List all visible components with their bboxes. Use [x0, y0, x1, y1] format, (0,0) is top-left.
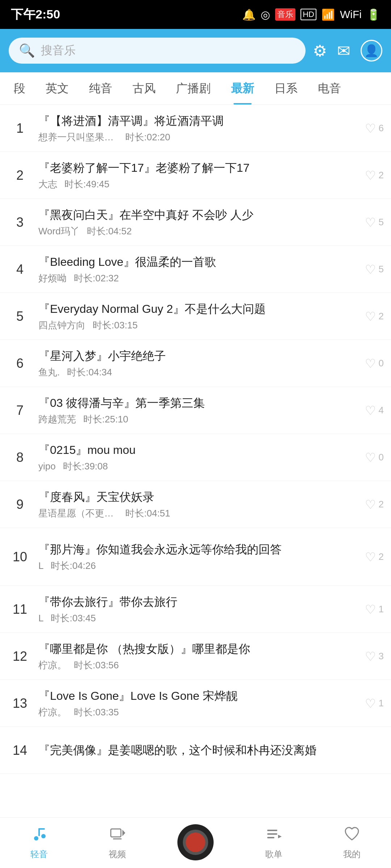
- song-number: 8: [7, 450, 33, 465]
- song-title: 『度春风』天宝伏妖录: [38, 489, 349, 505]
- list-item[interactable]: 11 『带你去旅行』带你去旅行 L 时长:03:45 ♡ 1: [0, 586, 391, 633]
- song-info: 『【将进酒】清平调』将近酒清平调 想养一只叫坚果的猫 时长:02:20: [33, 113, 355, 144]
- svg-point-1: [41, 834, 46, 838]
- list-item[interactable]: 6 『星河入梦』小宇绝绝子 鱼丸. 时长:04:34 ♡ 0: [0, 340, 391, 387]
- video-icon: [109, 826, 125, 846]
- like-count: 5: [379, 217, 384, 228]
- song-duration: 时长:03:56: [74, 659, 119, 672]
- wifi-icon: WiFi: [340, 8, 362, 21]
- list-item[interactable]: 2 『老婆粉了解一下17』老婆粉了解一下17 大志 时长:49:45 ♡ 2: [0, 152, 391, 199]
- search-input-placeholder: 搜音乐: [41, 43, 76, 59]
- play-disc: [183, 830, 208, 855]
- list-item[interactable]: 13 『Love Is Gone』Love Is Gone 宋烨靓 柠凉。 时长…: [0, 680, 391, 727]
- like-count: 2: [379, 499, 384, 510]
- song-number: 5: [7, 309, 33, 324]
- heart-icon: ♡: [365, 403, 376, 418]
- heart-icon: ♡: [365, 215, 376, 230]
- list-item[interactable]: 10 『那片海』你知道我会永远永远等你给我的回答 L 时长:04:26 ♡ 2: [0, 528, 391, 586]
- song-duration: 时长:49:45: [64, 178, 109, 191]
- search-bar[interactable]: 🔍 搜音乐: [9, 38, 306, 64]
- song-artist: 好烦呦: [38, 272, 67, 285]
- settings-icon[interactable]: ⚙: [313, 42, 327, 60]
- list-item[interactable]: 5 『Everyday Normal Guy 2』不是什么大问题 四点钟方向 时…: [0, 293, 391, 340]
- song-number: 3: [7, 215, 33, 230]
- tab-pure[interactable]: 纯音: [79, 72, 122, 105]
- song-title: 『Everyday Normal Guy 2』不是什么大问题: [38, 301, 349, 317]
- song-number: 10: [7, 549, 33, 565]
- list-item[interactable]: 8 『0215』mou mou yipo 时长:39:08 ♡ 0: [0, 434, 391, 481]
- nav-video-label: 视频: [109, 848, 126, 860]
- song-like[interactable]: ♡ 2: [355, 168, 384, 183]
- song-like[interactable]: ♡ 5: [355, 262, 384, 277]
- user-icon[interactable]: 👤: [361, 40, 382, 61]
- heart-icon: ♡: [365, 450, 376, 465]
- song-title: 『星河入梦』小宇绝绝子: [38, 348, 349, 364]
- song-duration: 时长:02:32: [74, 272, 119, 285]
- song-duration: 时长:04:26: [51, 559, 96, 572]
- song-duration: 时长:02:20: [125, 131, 170, 144]
- song-number: 13: [7, 696, 33, 711]
- song-list: 1 『【将进酒】清平调』将近酒清平调 想养一只叫坚果的猫 时长:02:20 ♡ …: [0, 105, 391, 774]
- song-like[interactable]: ♡ 2: [355, 309, 384, 324]
- list-item[interactable]: 1 『【将进酒】清平调』将近酒清平调 想养一只叫坚果的猫 时长:02:20 ♡ …: [0, 105, 391, 152]
- song-like[interactable]: ♡ 2: [355, 550, 384, 564]
- nav-light-music[interactable]: 轻音: [0, 818, 78, 868]
- like-count: 2: [379, 170, 384, 181]
- notification-icon: 🔔: [242, 8, 256, 21]
- tab-ancient[interactable]: 古风: [122, 72, 166, 105]
- nav-playlist[interactable]: 歌单: [235, 818, 313, 868]
- nav-video[interactable]: 视频: [78, 818, 156, 868]
- play-button[interactable]: [177, 824, 214, 860]
- nav-mine[interactable]: 我的: [313, 818, 391, 868]
- song-like[interactable]: ♡ 3: [355, 649, 384, 664]
- list-item[interactable]: 3 『黑夜问白天』在半空中真好 不会吵 人少 Word玛丫 时长:04:52 ♡…: [0, 199, 391, 246]
- song-artist: 鱼丸.: [38, 366, 60, 379]
- playlist-icon: [266, 826, 282, 846]
- heart-icon: ♡: [365, 649, 376, 664]
- hd-icon: HD: [300, 9, 316, 20]
- song-like[interactable]: ♡ 4: [355, 403, 384, 418]
- list-item[interactable]: 7 『03 彼得潘与辛』第一季第三集 跨越荒芜 时长:25:10 ♡ 4: [0, 387, 391, 434]
- search-icon: 🔍: [19, 43, 35, 58]
- signal-icon: 📶: [321, 8, 335, 21]
- tab-english[interactable]: 英文: [35, 72, 79, 105]
- tab-duan[interactable]: 段: [4, 72, 35, 105]
- like-count: 6: [379, 123, 384, 134]
- song-like[interactable]: ♡ 6: [355, 121, 384, 136]
- nav-play-center[interactable]: [156, 824, 235, 862]
- mail-icon[interactable]: ✉: [337, 42, 350, 60]
- song-like[interactable]: ♡ 1: [355, 696, 384, 711]
- song-title: 『03 彼得潘与辛』第一季第三集: [38, 395, 349, 411]
- list-item[interactable]: 4 『Bleeding Love』很温柔的一首歌 好烦呦 时长:02:32 ♡ …: [0, 246, 391, 293]
- tab-japanese[interactable]: 日系: [264, 72, 308, 105]
- song-like[interactable]: ♡ 0: [355, 450, 384, 465]
- song-like[interactable]: ♡ 5: [355, 215, 384, 230]
- like-count: 1: [379, 698, 384, 709]
- list-item[interactable]: 12 『哪里都是你 （热搜女版）』哪里都是你 柠凉。 时长:03:56 ♡ 3: [0, 633, 391, 680]
- song-like[interactable]: ♡ 0: [355, 356, 384, 371]
- like-count: 3: [379, 651, 384, 662]
- song-like[interactable]: ♡ 2: [355, 497, 384, 512]
- song-number: 12: [7, 649, 33, 664]
- song-artist: 柠凉。: [38, 659, 67, 672]
- location-icon: ◎: [261, 8, 270, 21]
- song-number: 7: [7, 403, 33, 418]
- like-count: 2: [379, 311, 384, 322]
- song-title: 『Love Is Gone』Love Is Gone 宋烨靓: [38, 688, 349, 704]
- svg-rect-8: [267, 833, 277, 835]
- list-item[interactable]: 14 『完美偶像』是姜嗯嗯的歌，这个时候和朴冉还没离婚: [0, 727, 391, 774]
- tab-electronic[interactable]: 电音: [308, 72, 351, 105]
- song-number: 11: [7, 602, 33, 617]
- song-info: 『带你去旅行』带你去旅行 L 时长:03:45: [33, 594, 355, 625]
- song-artist: 四点钟方向: [38, 319, 85, 332]
- tab-radio[interactable]: 广播剧: [166, 72, 221, 105]
- list-item[interactable]: 9 『度春风』天宝伏妖录 星语星愿（不更剧） 时长:04:51 ♡ 2: [0, 481, 391, 528]
- tab-latest[interactable]: 最新: [221, 72, 264, 105]
- svg-rect-9: [267, 837, 274, 838]
- song-title: 『【将进酒】清平调』将近酒清平调: [38, 113, 349, 129]
- song-info: 『0215』mou mou yipo 时长:39:08: [33, 442, 355, 473]
- nav-playlist-label: 歌单: [265, 848, 282, 860]
- bottom-nav: 轻音 视频 歌单: [0, 817, 391, 868]
- song-info: 『度春风』天宝伏妖录 星语星愿（不更剧） 时长:04:51: [33, 489, 355, 520]
- song-like[interactable]: ♡ 1: [355, 602, 384, 617]
